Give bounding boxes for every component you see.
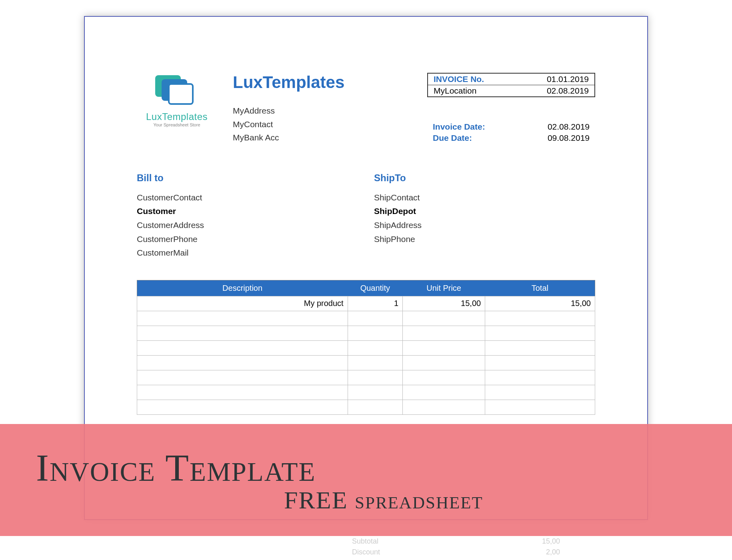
table-row: [137, 355, 595, 370]
table-row: [137, 340, 595, 355]
ship-to: ShipTo ShipContact ShipDepot ShipAddress…: [374, 172, 595, 260]
logo: LuxTemplates Your Spreadsheet Store: [137, 73, 217, 127]
th-total: Total: [485, 280, 595, 296]
overlay-title: Invoice Template: [36, 446, 732, 490]
ghost-discounted-subtotal-label: Discounted Subtotal: [352, 558, 416, 560]
bill-to-title: Bill to: [137, 172, 358, 184]
parties: Bill to CustomerContact Customer Custome…: [137, 172, 595, 260]
ghost-totals: Subtotal15,00 Discount2,00 Discounted Su…: [352, 536, 560, 560]
bill-phone: CustomerPhone: [137, 232, 358, 246]
items-table: Description Quantity Unit Price Total My…: [137, 280, 595, 415]
due-date-value: 09.08.2019: [548, 133, 590, 143]
logo-name: LuxTemplates: [137, 111, 217, 122]
invoice-no-value: 01.01.2019: [547, 74, 589, 84]
ghost-discount-value: 2,00: [546, 547, 560, 558]
table-row: [137, 311, 595, 326]
invoice-date-label: Invoice Date:: [433, 122, 485, 132]
table-row: [137, 370, 595, 385]
overlay-subtitle: FREE spreadsheet: [284, 486, 732, 514]
cell-total: 15,00: [485, 296, 595, 311]
ship-to-title: ShipTo: [374, 172, 595, 184]
ship-phone: ShipPhone: [374, 232, 595, 246]
invoice-date-value: 02.08.2019: [548, 122, 590, 132]
invoice-location-label: MyLocation: [434, 86, 476, 96]
ship-address: ShipAddress: [374, 218, 595, 232]
bill-mail: CustomerMail: [137, 246, 358, 260]
company-block: LuxTemplates MyAddress MyContact MyBank …: [233, 73, 411, 144]
ghost-subtotal-value: 15,00: [542, 536, 560, 547]
company-name: LuxTemplates: [233, 73, 411, 92]
marketing-overlay: Invoice Template FREE spreadsheet: [0, 424, 732, 536]
table-row: [137, 400, 595, 414]
table-row: [137, 385, 595, 400]
ghost-discount-label: Discount: [352, 547, 380, 558]
cell-price: 15,00: [403, 296, 485, 311]
ghost-discounted-subtotal-value: 13,00: [542, 558, 560, 560]
company-bank: MyBank Acc: [233, 131, 411, 144]
th-unit-price: Unit Price: [403, 280, 485, 296]
dates-block: Invoice Date: 02.08.2019 Due Date: 09.08…: [427, 121, 595, 144]
table-row: [137, 326, 595, 340]
th-quantity: Quantity: [348, 280, 402, 296]
company-contact: MyContact: [233, 118, 411, 131]
company-address: MyAddress: [233, 104, 411, 118]
ship-contact: ShipContact: [374, 191, 595, 205]
invoice-location-value: 02.08.2019: [547, 86, 589, 96]
logo-sub: Your Spreadsheet Store: [137, 122, 217, 127]
bill-name: Customer: [137, 204, 358, 218]
invoice-number-box: INVOICE No. 01.01.2019 MyLocation 02.08.…: [427, 73, 595, 97]
header: LuxTemplates Your Spreadsheet Store LuxT…: [137, 73, 595, 144]
due-date-label: Due Date:: [433, 133, 472, 143]
cell-qty: 1: [348, 296, 402, 311]
th-description: Description: [137, 280, 348, 296]
ghost-subtotal-label: Subtotal: [352, 536, 378, 547]
bill-contact: CustomerContact: [137, 191, 358, 205]
invoice-meta: INVOICE No. 01.01.2019 MyLocation 02.08.…: [427, 73, 595, 144]
ship-name: ShipDepot: [374, 204, 595, 218]
cell-desc: My product: [137, 296, 348, 311]
logo-mark-icon: [153, 73, 201, 109]
table-row: My product 1 15,00 15,00: [137, 296, 595, 311]
bill-address: CustomerAddress: [137, 218, 358, 232]
invoice-no-label: INVOICE No.: [434, 74, 484, 84]
bill-to: Bill to CustomerContact Customer Custome…: [137, 172, 358, 260]
